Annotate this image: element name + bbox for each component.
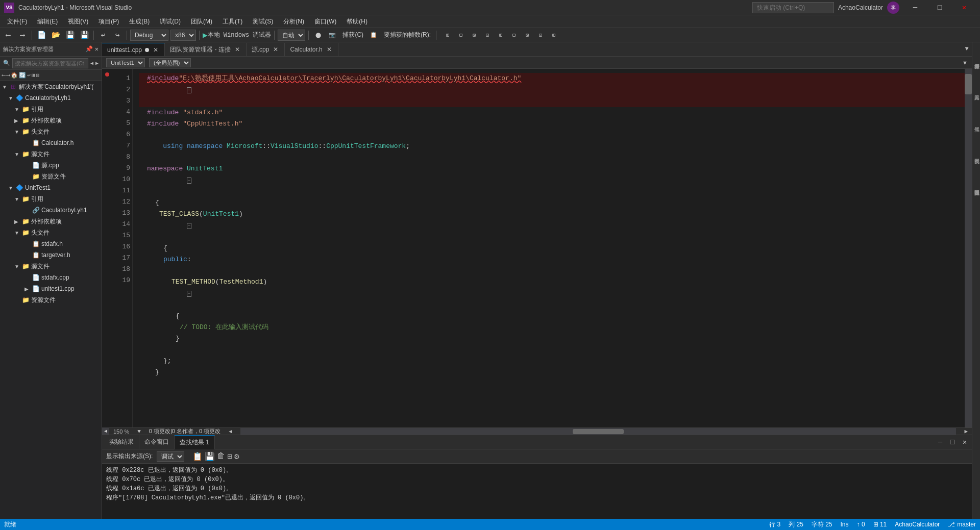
output-save-icon[interactable]: 💾: [205, 451, 215, 462]
tree-project-caculator[interactable]: ▼ 🔷 CaculatorbyLyh1: [0, 92, 102, 104]
toolbar-misc-1[interactable]: ⊞: [442, 30, 454, 41]
toolbar-misc-5[interactable]: ⊞: [495, 30, 507, 41]
scroll-thumb-h[interactable]: [573, 429, 624, 434]
sidebar-ctrl-6[interactable]: ⊞: [32, 72, 35, 79]
scroll-track[interactable]: [240, 428, 957, 435]
zoom-down-icon[interactable]: ▼: [137, 428, 141, 435]
tree-ref-caculator[interactable]: 🔗 CaculatorbyLyh1: [0, 205, 102, 216]
panel-minimize-icon[interactable]: ─: [935, 437, 945, 447]
menu-view[interactable]: 视图(V): [63, 15, 93, 28]
tree-file-calculator-h[interactable]: 📋 Calculator.h: [0, 137, 102, 148]
changes-nav-left[interactable]: ◀: [229, 428, 232, 435]
tree-file-unittest1-cpp[interactable]: ▶ 📄 unitest1.cpp: [0, 283, 102, 294]
toolbar-misc-8[interactable]: ⊡: [534, 30, 547, 41]
tree-folder-resources1[interactable]: 📁 资源文件: [0, 171, 102, 182]
panel-tab-command[interactable]: 命令窗口: [139, 435, 175, 449]
tree-folder-extdep1[interactable]: ▶ 📁 外部依赖项: [0, 115, 102, 126]
sidebar-ctrl-3[interactable]: 🏠: [11, 72, 18, 79]
breakpoint-dot[interactable]: [105, 72, 109, 77]
run-mode-dropdown[interactable]: 自动: [278, 30, 305, 41]
toolbar-capture[interactable]: 📷: [326, 30, 338, 41]
output-source-select[interactable]: 调试: [157, 451, 184, 462]
sidebar-search-input[interactable]: [12, 58, 88, 68]
fold-btn-7[interactable]: −: [139, 163, 147, 197]
fold-btn-1[interactable]: −: [139, 73, 147, 107]
platform-dropdown[interactable]: x86 x64: [170, 30, 196, 41]
sidebar-ctrl-4[interactable]: 🔄: [19, 72, 26, 79]
right-panel-properties[interactable]: 属性: [973, 108, 980, 138]
code-nav-scope-select[interactable]: (全局范围): [149, 58, 191, 67]
tree-solution[interactable]: ▼ ⊞ 解决方案'CaculatorbyLyh1'(: [0, 81, 102, 92]
tab-dropdown-button[interactable]: ▼: [962, 42, 972, 56]
menu-file[interactable]: 文件(F): [2, 15, 32, 28]
menu-project[interactable]: 项目(P): [93, 15, 124, 28]
sidebar-ctrl-2[interactable]: ⟶: [7, 72, 10, 79]
scroll-thumb[interactable]: [965, 74, 972, 94]
toolbar-misc-3[interactable]: ⊠: [468, 30, 480, 41]
tab-source-cpp[interactable]: 源.cpp ✕: [247, 43, 285, 56]
quick-launch-input[interactable]: [752, 2, 834, 13]
close-button[interactable]: ✕: [952, 3, 976, 13]
panel-maximize-icon[interactable]: □: [947, 437, 958, 447]
run-button[interactable]: ▶ 本地 Windows 调试器: [203, 30, 271, 40]
toolbar-undo[interactable]: ↩: [97, 30, 109, 41]
menu-window[interactable]: 窗口(W): [309, 15, 341, 28]
right-panel-class-view[interactable]: 类视图: [973, 139, 980, 170]
sidebar-nav-left[interactable]: ◀: [90, 60, 93, 66]
tree-folder-headers1[interactable]: ▼ 📁 头文件: [0, 126, 102, 137]
toolbar-misc-7[interactable]: ⊠: [521, 30, 533, 41]
sidebar-close-icon[interactable]: ✕: [95, 45, 99, 53]
toolbar-forward[interactable]: ⟶: [16, 30, 29, 41]
code-nav-file-select[interactable]: UnitTest1: [106, 58, 145, 67]
sidebar-ctrl-7[interactable]: ⊟: [36, 72, 40, 79]
menu-tools[interactable]: 工具(T): [217, 15, 248, 28]
fold-btn-9[interactable]: −: [139, 209, 147, 243]
panel-tab-test-results[interactable]: 实驗结果: [104, 435, 139, 449]
toolbar-save-all[interactable]: 💾: [78, 30, 90, 41]
maximize-button[interactable]: □: [928, 3, 951, 13]
toolbar-redo[interactable]: ↪: [111, 30, 124, 41]
toolbar-misc-4[interactable]: ⊡: [481, 30, 494, 41]
toolbar-required[interactable]: 📋: [368, 30, 380, 41]
output-wrap-icon[interactable]: ⊞: [227, 451, 232, 462]
tab-source-cpp-close[interactable]: ✕: [272, 46, 279, 53]
tab-calculator-h-close[interactable]: ✕: [326, 46, 333, 53]
tree-file-stdafx-h[interactable]: 📋 stdafx.h: [0, 238, 102, 249]
minimize-button[interactable]: ─: [903, 3, 927, 13]
scroll-right-button[interactable]: ▶: [964, 428, 968, 435]
right-panel-team-explorer[interactable]: 团队资源管理器: [973, 171, 980, 201]
menu-test[interactable]: 测试(S): [248, 15, 278, 28]
tree-folder-headers2[interactable]: ▼ 📁 头文件: [0, 227, 102, 238]
menu-help[interactable]: 帮助(H): [341, 15, 373, 28]
config-dropdown[interactable]: Debug Release: [130, 30, 168, 41]
tree-folder-resources2[interactable]: 📁 资源文件: [0, 294, 102, 306]
sidebar-ctrl-1[interactable]: ⟵: [2, 72, 6, 79]
menu-build[interactable]: 生成(B): [124, 15, 155, 28]
output-settings-icon[interactable]: ⚙: [234, 451, 239, 462]
fold-btn-13[interactable]: −: [139, 276, 147, 311]
tree-folder-sources1[interactable]: ▼ 📁 源文件: [0, 148, 102, 160]
sidebar-nav-right[interactable]: ▶: [95, 60, 99, 66]
toolbar-open[interactable]: 📂: [50, 30, 62, 41]
toolbar-breakpoint[interactable]: ⬤: [312, 30, 324, 41]
tab-team-explorer[interactable]: 团队资源管理器 - 连接 ✕: [165, 43, 247, 56]
output-copy-icon[interactable]: 📋: [192, 451, 203, 462]
toolbar-misc-9[interactable]: ⊞: [548, 30, 560, 41]
sidebar-ctrl-5[interactable]: ↩: [27, 72, 31, 79]
code-editor[interactable]: − #include"E:\熟悉使用工具\AchaoCalculator\Tra…: [133, 69, 965, 427]
right-panel-server-explorer[interactable]: 服务器资源管理器: [973, 44, 980, 75]
menu-team[interactable]: 团队(M): [186, 15, 217, 28]
sidebar-pin-icon[interactable]: 📌: [85, 45, 93, 53]
right-panel-toolbox[interactable]: 工具箱: [973, 76, 980, 107]
tree-folder-ref1[interactable]: ▼ 📁 引用: [0, 104, 102, 115]
toolbar-new[interactable]: 📄: [35, 30, 47, 41]
tree-folder-sources2[interactable]: ▼ 📁 源文件: [0, 261, 102, 272]
scroll-left-button[interactable]: ◀: [102, 427, 109, 435]
tab-unittest1-cpp-close[interactable]: ✕: [152, 46, 159, 54]
toolbar-misc-6[interactable]: ⊟: [508, 30, 520, 41]
menu-debug[interactable]: 调试(D): [155, 15, 186, 28]
tree-file-source-cpp[interactable]: 📄 源.cpp: [0, 160, 102, 171]
tree-folder-ref2[interactable]: ▼ 📁 引用: [0, 193, 102, 205]
toolbar-save[interactable]: 💾: [64, 30, 76, 41]
menu-analyze[interactable]: 分析(N): [278, 15, 309, 28]
